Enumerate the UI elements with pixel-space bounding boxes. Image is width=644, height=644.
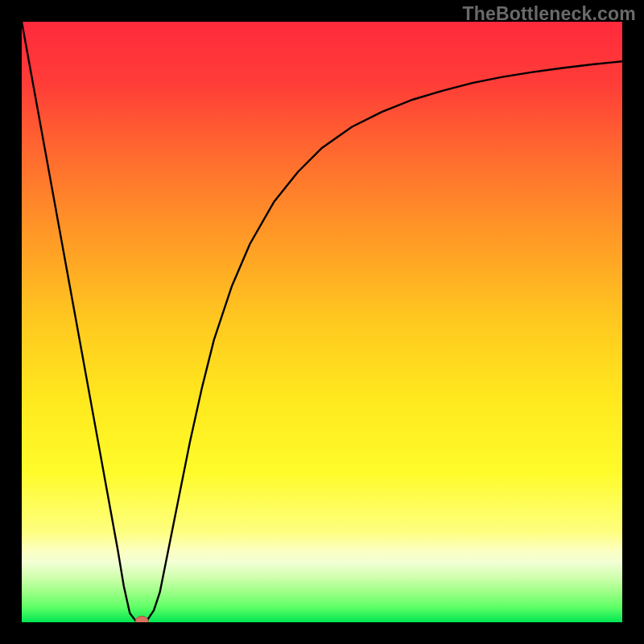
chart-frame: TheBottleneck.com — [0, 0, 644, 644]
plot-area — [22, 22, 622, 622]
optimum-marker — [135, 617, 148, 622]
chart-svg — [22, 22, 622, 622]
gradient-background — [22, 22, 622, 622]
